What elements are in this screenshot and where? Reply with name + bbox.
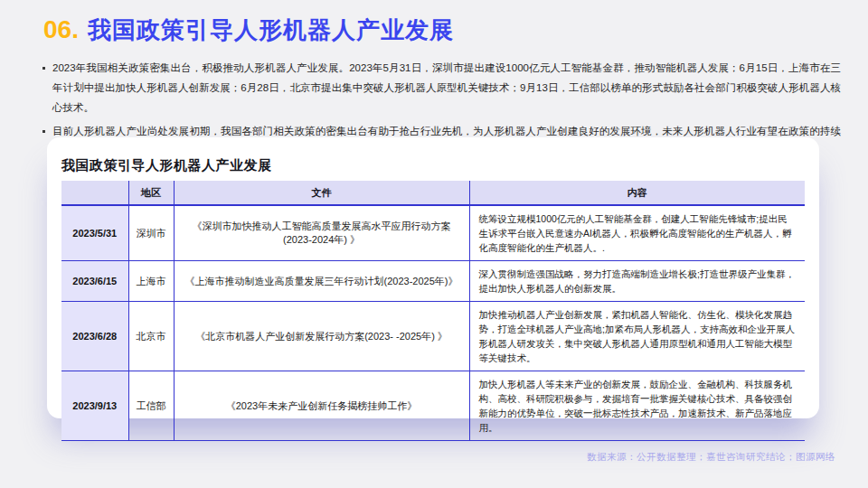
region-cell: 北京市 — [128, 302, 174, 371]
region-cell: 上海市 — [128, 261, 174, 302]
content-cell: 加快推动机器人产业创新发展，紧扣机器人智能化、仿生化、模块化发展趋势，打造全球机… — [469, 302, 805, 371]
document-cell: 《深圳市加快推动人工智能高质量发展高水平应用行动方案(2023-2024年) 》 — [174, 205, 469, 261]
document-cell: 《2023年未来产业创新任务揭榜挂帅工作》 — [174, 371, 469, 441]
column-header-date — [61, 181, 128, 205]
slide-number: 06. — [43, 15, 79, 44]
column-header-document: 文件 — [174, 181, 469, 205]
policy-table: 地区 文件 内容 2023/5/31深圳市《深圳市加快推动人工智能高质量发展高水… — [61, 181, 805, 441]
slide-header: 06. 我国政策引导人形机器人产业发展 — [43, 14, 454, 46]
document-cell: 《上海市推动制造业高质量发展三年行动计划(2023-2025年)》 — [174, 261, 469, 302]
column-header-content: 内容 — [469, 181, 805, 205]
page-title: 我国政策引导人形机器人产业发展 — [88, 14, 454, 46]
column-header-region: 地区 — [128, 181, 174, 205]
policy-card: 我国政策引导人形机器人产业发展 地区 文件 内容 2023/5/31深圳市《深圳… — [47, 137, 819, 418]
date-cell: 2023/9/13 — [61, 371, 128, 441]
table-body: 2023/5/31深圳市《深圳市加快推动人工智能高质量发展高水平应用行动方案(2… — [61, 205, 805, 441]
summary-bullet: 2023年我国相关政策密集出台，积极推动人形机器人产业发展。2023年5月31日… — [40, 58, 841, 117]
table-header-row: 地区 文件 内容 — [61, 181, 805, 205]
content-cell: 深入贯彻制造强国战略，努力打造高端制造业增长极;打造世界级产业集群，提出加快人形… — [469, 261, 805, 302]
table-row: 2023/6/28北京市《北京市机器人产业创新发展行动方案(2023- -202… — [61, 302, 805, 371]
date-cell: 2023/5/31 — [61, 205, 128, 261]
content-cell: 统筹设立规模1000亿元的人工智能基金群，创建人工智能先锋城市;提出民生诉求平台… — [469, 205, 805, 261]
card-title: 我国政策引导人形机器人产业发展 — [61, 157, 272, 174]
region-cell: 深圳市 — [128, 205, 174, 261]
table-row: 2023/5/31深圳市《深圳市加快推动人工智能高质量发展高水平应用行动方案(2… — [61, 205, 805, 261]
document-cell: 《北京市机器人产业创新发展行动方案(2023- -2025年) 》 — [174, 302, 469, 371]
table-row: 2023/6/15上海市《上海市推动制造业高质量发展三年行动计划(2023-20… — [61, 261, 805, 302]
table-row: 2023/9/13工信部《2023年未来产业创新任务揭榜挂帅工作》加快人形机器人… — [61, 371, 805, 441]
date-cell: 2023/6/28 — [61, 302, 128, 371]
date-cell: 2023/6/15 — [61, 261, 128, 302]
data-source-note: 数据来源：公开数据整理；嘉世咨询研究结论；图源网络 — [587, 451, 835, 464]
content-cell: 加快人形机器人等未来产业的创新发展，鼓励企业、金融机构、科技服务机构、高校、科研… — [469, 371, 805, 441]
region-cell: 工信部 — [128, 371, 174, 441]
